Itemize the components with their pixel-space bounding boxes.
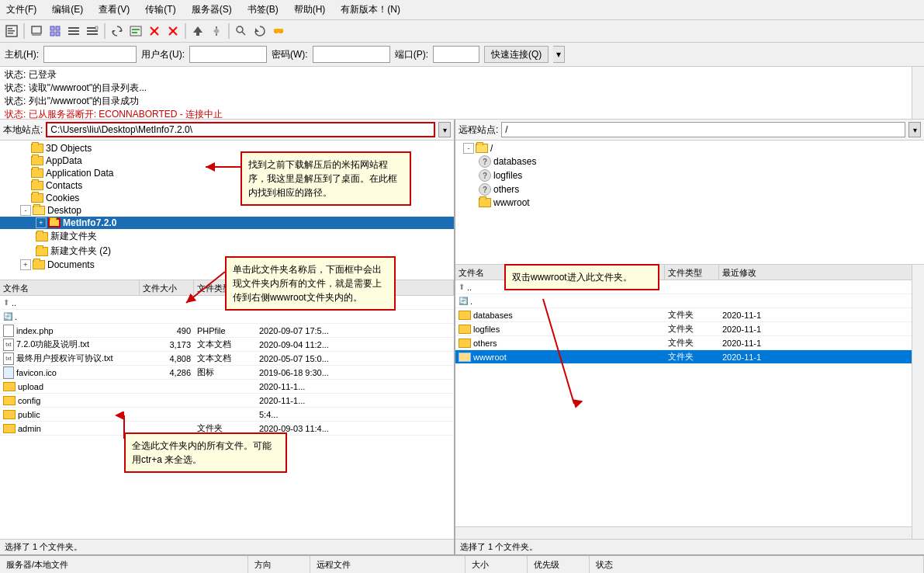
col-filename[interactable]: 文件名: [0, 280, 140, 296]
connect-button[interactable]: 快速连接(Q): [484, 46, 549, 63]
transfer-col-2: 远程文件: [310, 556, 465, 573]
svg-marker-33: [255, 28, 259, 32]
remote-path-dropdown[interactable]: ▾: [908, 122, 921, 137]
local-file-row[interactable]: upload2020-11-1...: [0, 380, 454, 394]
menu-bookmarks[interactable]: 书签(B): [244, 2, 282, 18]
remote-cell-type: 文件夹: [665, 337, 719, 349]
user-input[interactable]: [189, 46, 267, 63]
tb-reconnect[interactable]: [251, 23, 268, 40]
tree-item-documents[interactable]: + Documents: [0, 259, 454, 271]
tb-process[interactable]: [127, 23, 144, 40]
svg-rect-19: [130, 26, 141, 36]
svg-rect-4: [32, 26, 41, 33]
local-path-dropdown[interactable]: ▾: [438, 122, 451, 137]
svg-rect-12: [68, 33, 79, 35]
remote-file-rows: ⬆..🔄.databases文件夹2020-11-1logfiles文件夹202…: [455, 280, 924, 364]
tree-item-desktop[interactable]: - Desktop: [0, 204, 454, 217]
local-file-row[interactable]: public5:4...: [0, 408, 454, 422]
local-file-row[interactable]: config2020-11-1...: [0, 394, 454, 408]
file-cell-modified: 2020-11-1...: [256, 382, 454, 391]
menu-file[interactable]: 文件(F): [3, 2, 40, 18]
local-file-row[interactable]: txt7.2.0功能及说明.txt3,173文本文档2020-09-04 11:…: [0, 338, 454, 352]
tb-btn4[interactable]: [84, 23, 101, 40]
status-line-4: 状态: 已从服务器断开: ECONNABORTED - 连接中止: [5, 108, 919, 120]
tb-cancel[interactable]: [146, 23, 163, 40]
r-col-filesize[interactable]: 文件大小: [611, 265, 665, 280]
remote-cell-type: 文件夹: [665, 309, 719, 321]
local-file-row[interactable]: favicon.ico4,286图标2019-06-18 9:30...: [0, 366, 454, 380]
remote-file-row[interactable]: ⬆..: [455, 280, 924, 294]
remote-label-others: others: [493, 184, 519, 195]
tree-item-contacts[interactable]: Contacts: [0, 179, 454, 192]
pass-input[interactable]: [313, 46, 390, 63]
tree-item-cookies[interactable]: Cookies: [0, 192, 454, 204]
remote-file-row[interactable]: databases文件夹2020-11-1: [455, 308, 924, 322]
local-file-row[interactable]: ⬆..: [0, 296, 454, 310]
svg-marker-30: [216, 28, 220, 34]
menu-transfer[interactable]: 传输(T): [142, 2, 178, 18]
tb-cancel2[interactable]: [164, 23, 182, 40]
svg-rect-14: [87, 30, 98, 32]
r-col-filetype[interactable]: 文件类型: [665, 265, 719, 280]
main-area: 本地站点: ▾ 3D Objects AppData Application D…: [0, 120, 924, 554]
connect-dropdown[interactable]: ▾: [553, 46, 565, 63]
remote-file-row[interactable]: logfiles文件夹2020-11-1: [455, 322, 924, 336]
remote-pathbar: 远程站点: ▾: [455, 120, 924, 141]
remote-tree-databases[interactable]: ? databases: [455, 155, 924, 168]
local-file-row[interactable]: txt最终用户授权许可协议.txt4,808文本文档2020-05-07 15:…: [0, 352, 454, 366]
tree-item-metinfo[interactable]: + MetInfo7.2.0: [0, 217, 454, 229]
port-input[interactable]: [433, 46, 479, 63]
tb-compare[interactable]: [208, 23, 225, 40]
remote-tree-root[interactable]: - /: [455, 142, 924, 155]
folder-icon-cookies: [31, 193, 43, 203]
col-filemod[interactable]: 最近修改: [256, 280, 454, 296]
host-label: 主机(H):: [5, 48, 39, 61]
menu-server[interactable]: 服务器(S): [189, 2, 235, 18]
tree-item-3dobjects[interactable]: 3D Objects: [0, 142, 454, 155]
tb-btn1[interactable]: [28, 23, 45, 40]
r-col-filename[interactable]: 文件名: [455, 265, 611, 280]
tree-item-appdata[interactable]: AppData: [0, 155, 454, 167]
tb-refresh[interactable]: [109, 23, 126, 40]
tb-filter[interactable]: [270, 23, 287, 40]
remote-tree-wwwroot[interactable]: wwwroot: [455, 196, 924, 209]
remote-hscrollbar[interactable]: [455, 526, 912, 539]
local-path-input[interactable]: [46, 122, 435, 137]
menu-view[interactable]: 查看(V): [95, 2, 133, 18]
remote-file-row[interactable]: 🔄.: [455, 294, 924, 308]
tb-up[interactable]: [189, 23, 206, 40]
tb-btn2[interactable]: [47, 23, 64, 40]
tree-expander-documents[interactable]: +: [20, 259, 31, 270]
local-file-row[interactable]: admin文件夹2020-09-03 11:4...: [0, 422, 454, 436]
menu-help[interactable]: 帮助(H): [291, 2, 329, 18]
tree-item-appdata2[interactable]: Application Data: [0, 167, 454, 179]
status-scrollbar[interactable]: [912, 67, 924, 119]
remote-file-row[interactable]: wwwroot文件夹2020-11-1: [455, 350, 924, 364]
tb-site-manager[interactable]: [3, 23, 20, 40]
col-filesize[interactable]: 文件大小: [140, 280, 194, 296]
menu-newversion[interactable]: 有新版本！(N): [337, 2, 403, 18]
tree-expander-metinfo[interactable]: +: [36, 217, 47, 228]
local-file-row[interactable]: 🔄.: [0, 310, 454, 324]
tree-item-newfolder2[interactable]: 新建文件夹 (2): [0, 244, 454, 259]
r-col-filemod[interactable]: 最近修改: [719, 265, 924, 280]
col-filetype[interactable]: 文件类型: [194, 280, 256, 296]
file-cell-size: 4,808: [140, 354, 194, 363]
tree-item-newfolder1[interactable]: 新建文件夹: [0, 229, 454, 244]
remote-path-input[interactable]: [501, 122, 905, 137]
remote-file-row[interactable]: others文件夹2020-11-1: [455, 336, 924, 350]
remote-cell-name: ⬆..: [455, 283, 611, 292]
remote-cell-name: others: [455, 339, 611, 348]
remote-status: 选择了 1 个文件夹。: [455, 539, 924, 554]
menu-edit[interactable]: 编辑(E): [49, 2, 86, 18]
remote-tree-others[interactable]: ? others: [455, 182, 924, 196]
remote-scrollbar[interactable]: [912, 265, 924, 539]
tb-btn3[interactable]: [65, 23, 82, 40]
host-input[interactable]: [43, 46, 137, 63]
tree-expander-desktop[interactable]: -: [20, 205, 31, 216]
tb-search[interactable]: [233, 23, 250, 40]
svg-rect-7: [56, 26, 60, 30]
remote-expander-root[interactable]: -: [463, 143, 474, 154]
local-file-row[interactable]: index.php490PHPfile2020-09-07 17:5...: [0, 324, 454, 338]
remote-tree-logfiles[interactable]: ? logfiles: [455, 168, 924, 182]
